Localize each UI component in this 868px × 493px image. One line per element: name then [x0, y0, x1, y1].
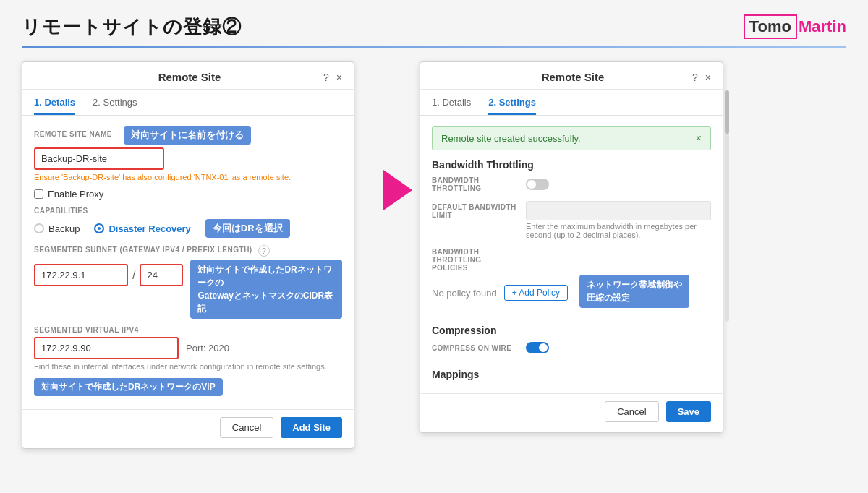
left-tab-settings[interactable]: 2. Settings [93, 97, 137, 115]
logo: Tomo Martin [744, 14, 846, 39]
left-dialog-title: Remote Site [56, 71, 323, 83]
right-dialog: Remote Site ? × 1. Details 2. Settings R… [420, 61, 723, 433]
default-bandwidth-section: DEFAULT BANDWIDTH LIMIT Enter the maximu… [432, 201, 711, 239]
enable-proxy-label: Enable Proxy [48, 189, 103, 200]
header-line [22, 46, 846, 48]
mappings-title: Mappings [432, 369, 479, 380]
subnet-callout: 対向サイトで作成したDRネットワークの GatewayとネットマスクのCIDR表… [190, 260, 342, 319]
cancel-button[interactable]: Cancel [220, 417, 273, 438]
left-dialog-tabs: 1. Details 2. Settings [22, 90, 354, 116]
default-bandwidth-input[interactable] [526, 201, 711, 220]
scrollbar-thumb[interactable] [725, 90, 729, 134]
capabilities-group: CAPABILITIES Backup Disaster Recovery 今回… [34, 207, 342, 238]
default-bandwidth-label: DEFAULT BANDWIDTH LIMIT [432, 203, 519, 219]
right-dialog-title: Remote Site [454, 71, 692, 83]
hint-text: Find these in internal interfaces under … [34, 362, 342, 371]
default-bandwidth-row: DEFAULT BANDWIDTH LIMIT [432, 201, 711, 220]
add-site-button[interactable]: Add Site [281, 417, 342, 438]
capability-backup-label: Backup [48, 223, 80, 234]
capabilities-radio-row: Backup Disaster Recovery 今回はDRを選択 [34, 219, 342, 238]
success-message: Remote site created successfully. [441, 133, 581, 144]
bandwidth-throttling-section: BANDWIDTH THROTTLING [432, 176, 711, 192]
section-divider [432, 317, 711, 317]
left-dialog: Remote Site ? × 1. Details 2. Settings R… [22, 61, 354, 449]
section-divider-2 [432, 361, 711, 361]
left-dialog-footer: Cancel Add Site [22, 409, 354, 448]
virtual-ipv4-group: SEGMENTED VIRTUAL IPV4 Port: 2020 Find t… [34, 326, 342, 371]
bandwidth-throttling-title: Bandwidth Throttling [432, 159, 711, 171]
success-close-icon[interactable]: × [696, 132, 702, 144]
remote-site-name-input[interactable] [34, 147, 164, 170]
compress-toggle-knob [539, 343, 548, 352]
logo-box: Tomo [744, 14, 797, 39]
right-panel-wrapper: Remote Site ? × 1. Details 2. Settings R… [420, 61, 723, 433]
arrow-container [376, 170, 420, 210]
page-container: リモートサイトの登録② Tomo Martin Remote Site ? × [0, 0, 868, 493]
right-dialog-tabs: 1. Details 2. Settings [420, 90, 723, 116]
right-callout-line2: 圧縮の設定 [587, 293, 630, 303]
subnet-input-row: / [34, 264, 183, 286]
right-close-icon[interactable]: × [705, 72, 711, 83]
add-policy-button[interactable]: + Add Policy [504, 285, 568, 301]
bandwidth-throttling-toggle[interactable] [526, 179, 549, 190]
subnet-callout-line1: 対向サイトで作成したDRネットワークの [197, 265, 331, 288]
header: リモートサイトの登録② Tomo Martin [22, 14, 846, 40]
right-callout-line1: ネットワーク帯域制御や [587, 280, 682, 290]
default-bandwidth-hint: Enter the maximum bandwidth in megabytes… [432, 222, 711, 239]
left-tab-details[interactable]: 1. Details [34, 97, 75, 115]
subnet-group: SEGMENTED SUBNET (GATEWAY IPV4 / PREFIX … [34, 245, 342, 319]
compression-title: Compression [432, 325, 711, 336]
subnet-label: SEGMENTED SUBNET (GATEWAY IPV4 / PREFIX … [34, 246, 252, 254]
remote-site-warning: Ensure 'Backup-DR-site' has also configu… [34, 173, 342, 181]
save-button[interactable]: Save [666, 401, 711, 422]
right-dialog-body: Remote site created successfully. × Band… [420, 116, 723, 390]
capability-dr-label: Disaster Recovery [109, 223, 190, 234]
left-close-icon[interactable]: × [336, 72, 342, 83]
left-panel-wrapper: Remote Site ? × 1. Details 2. Settings R… [22, 61, 376, 449]
subnet-prefix-input[interactable] [140, 264, 183, 286]
bandwidth-throttling-label: BANDWIDTH THROTTLING [432, 176, 519, 192]
capability-backup-option[interactable]: Backup [34, 223, 80, 234]
right-dialog-header: Remote Site ? × [420, 62, 723, 90]
right-tab-details[interactable]: 1. Details [432, 97, 471, 115]
compression-row: COMPRESS ON WIRE [432, 342, 711, 353]
success-banner: Remote site created successfully. × [432, 126, 711, 150]
arrow-shape [383, 170, 412, 210]
left-help-icon[interactable]: ? [323, 72, 329, 83]
enable-proxy-group: Enable Proxy [34, 189, 342, 200]
virtual-ipv4-input[interactable] [34, 337, 179, 359]
right-cancel-button[interactable]: Cancel [605, 401, 658, 422]
capability-backup-radio[interactable] [34, 223, 44, 233]
right-callout: ネットワーク帯域制御や 圧縮の設定 [579, 275, 689, 308]
remote-site-name-group: REMOTE SITE NAME 対向サイトに名前を付ける Ensure 'Ba… [34, 126, 342, 181]
capabilities-label: CAPABILITIES [34, 207, 342, 215]
policies-row: No policy found + Add Policy [432, 285, 568, 301]
vip-annotation: 対向サイトで作成したDRネットワークのVIP [34, 378, 223, 396]
left-dialog-body: REMOTE SITE NAME 対向サイトに名前を付ける Ensure 'Ba… [22, 116, 354, 406]
port-text: Port: 2020 [186, 343, 229, 353]
remote-site-name-label: REMOTE SITE NAME [34, 130, 112, 138]
vip-annotation-wrapper: 対向サイトで作成したDRネットワークのVIP [34, 378, 342, 396]
subnet-callout-line2: GatewayとネットマスクのCIDR表記 [197, 291, 333, 314]
page-title: リモートサイトの登録② [22, 14, 242, 40]
subnet-help-icon[interactable]: ? [258, 245, 270, 257]
subnet-gateway-input[interactable] [34, 264, 128, 286]
enable-proxy-checkbox[interactable] [34, 189, 43, 199]
right-dialog-footer: Cancel Save [420, 393, 723, 432]
bandwidth-policies-section: BANDWIDTH THROTTLING POLICIES No policy … [432, 248, 711, 308]
no-policy-text: No policy found [432, 288, 497, 299]
capability-dr-radio[interactable] [94, 223, 104, 233]
panels-row: Remote Site ? × 1. Details 2. Settings R… [22, 61, 846, 449]
right-help-icon[interactable]: ? [692, 72, 698, 83]
capability-dr-option[interactable]: Disaster Recovery [94, 223, 190, 234]
bandwidth-policies-label: BANDWIDTH THROTTLING POLICIES [432, 248, 519, 272]
compress-on-wire-label: COMPRESS ON WIRE [432, 344, 519, 352]
left-dialog-header: Remote Site ? × [22, 62, 354, 90]
remote-site-name-callout: 対向サイトに名前を付ける [124, 126, 251, 145]
left-dialog-controls: ? × [323, 72, 342, 83]
compress-on-wire-toggle[interactable] [526, 342, 549, 353]
right-tab-settings[interactable]: 2. Settings [488, 97, 536, 115]
scrollbar-track [725, 90, 729, 322]
logo-martin: Martin [799, 17, 846, 36]
logo-tomo: Tomo [749, 17, 791, 35]
